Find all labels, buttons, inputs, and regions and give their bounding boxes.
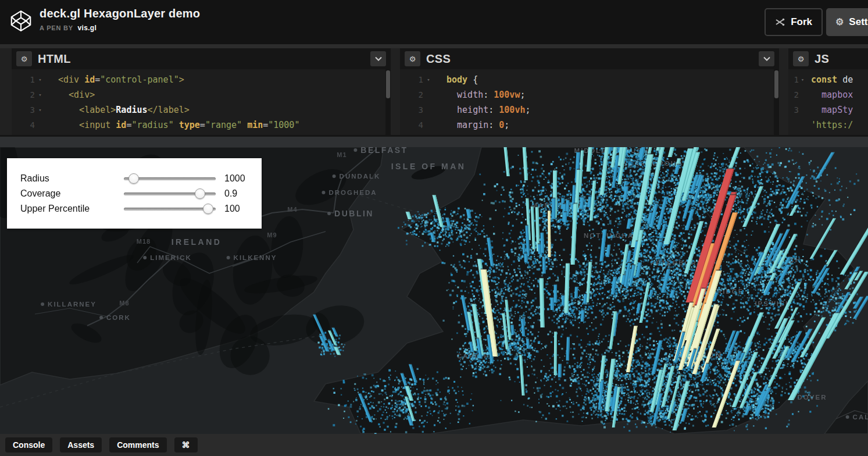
css-editor-panel: ⚙ CSS 1▾body {2 width: 100vw;3 height: 1… (400, 48, 779, 135)
line-number: 3 (12, 102, 35, 117)
slider-track[interactable] (124, 208, 216, 211)
html-editor-scrollbar (385, 69, 391, 135)
fold-spacer (423, 102, 434, 117)
fold-spacer (35, 117, 45, 133)
css-editor-collapse-button[interactable] (759, 51, 774, 66)
slider-label: Radius (20, 173, 124, 184)
fold-arrow-icon[interactable]: ▾ (423, 72, 434, 87)
code-text: const de (811, 72, 853, 87)
fold-spacer (423, 117, 434, 133)
html-editor-collapse-button[interactable] (370, 51, 386, 66)
code-line: 4 <input id="radius" type="range" min="1… (12, 117, 391, 133)
code-line: 2▾ <div> (12, 87, 391, 102)
control-row-coverage: Coverage0.9 (20, 186, 262, 201)
css-editor-header: ⚙ CSS (400, 48, 779, 69)
byline-prefix: A PEN BY (40, 24, 73, 31)
line-number: 2 (12, 87, 35, 102)
code-line: 4 margin: 0; (400, 117, 779, 133)
code-text: mapbox (811, 87, 853, 102)
slider-upper-percentile[interactable] (124, 204, 216, 214)
fold-arrow-icon[interactable]: ▾ (35, 102, 45, 117)
gear-icon: ⚙ (835, 17, 844, 27)
code-line: 2 width: 100vw; (400, 87, 779, 102)
fold-arrow-icon[interactable]: ▾ (35, 72, 45, 87)
chevron-down-icon (375, 56, 382, 61)
line-number: 1 (400, 72, 423, 87)
slider-value: 0.9 (216, 188, 262, 199)
slider-radius[interactable] (124, 173, 216, 184)
code-line: 1▾const de (788, 72, 868, 87)
slider-value: 100 (216, 204, 262, 214)
chevron-down-icon (763, 56, 770, 61)
fold-spacer (799, 87, 806, 102)
editors-preview-divider[interactable] (0, 135, 868, 147)
js-editor-panel: ⚙ JS 1▾const de2 mapbox3 mapSty'https:/ (788, 48, 868, 135)
css-code-area[interactable]: 1▾body {2 width: 100vw;3 height: 100vh;4… (400, 69, 779, 135)
slider-thumb[interactable] (203, 204, 213, 214)
code-text: <input id="radius" type="range" min="100… (58, 117, 299, 133)
js-editor-title: JS (815, 52, 829, 66)
fork-button[interactable]: Fork (765, 8, 823, 36)
pen-title: deck.gl HexagonLayer demo (40, 7, 200, 20)
css-editor-title: CSS (426, 52, 451, 66)
html-editor-panel: ⚙ HTML 1▾<div id="control-panel">2▾ <div… (12, 48, 391, 135)
line-number: 4 (12, 117, 35, 133)
control-panel: Radius1000Coverage0.9Upper Percentile100 (7, 158, 262, 229)
keyboard-shortcuts-button[interactable]: ⌘ (174, 437, 198, 453)
gear-icon: ⚙ (798, 55, 805, 63)
js-code-area[interactable]: 1▾const de2 mapbox3 mapSty'https:/ (788, 69, 868, 135)
html-editor-scrollbar-thumb[interactable] (386, 70, 390, 98)
gear-icon: ⚙ (409, 55, 416, 63)
html-code-area[interactable]: 1▾<div id="control-panel">2▾ <div>3▾ <la… (12, 69, 391, 135)
js-editor-gear-button[interactable]: ⚙ (793, 51, 809, 66)
fold-arrow-icon[interactable]: ▾ (799, 72, 806, 87)
fork-button-label: Fork (791, 16, 812, 28)
line-number: 2 (400, 87, 423, 102)
fold-spacer (799, 117, 806, 133)
assets-button[interactable]: Assets (60, 437, 102, 453)
js-editor-header: ⚙ JS (788, 48, 868, 69)
html-editor-title: HTML (38, 52, 71, 66)
slider-label: Upper Percentile (20, 204, 124, 214)
command-icon: ⌘ (182, 440, 190, 450)
control-row-upper-percentile: Upper Percentile100 (20, 201, 262, 216)
map-preview[interactable]: BELFASTM1ISLE OF MANDUNDALKDROGHEDADUBLI… (0, 147, 868, 434)
byline: A PEN BY vis.gl (40, 24, 200, 32)
header-bar: deck.gl HexagonLayer demo A PEN BY vis.g… (0, 0, 868, 44)
editors-row: ⚙ HTML 1▾<div id="control-panel">2▾ <div… (0, 48, 868, 135)
brand: deck.gl HexagonLayer demo A PEN BY vis.g… (9, 7, 200, 33)
codepen-logo-icon[interactable] (9, 9, 33, 33)
code-text: <label>Radius</label> (58, 102, 190, 117)
code-line: 3 height: 100vh; (400, 102, 779, 117)
pen-author-link[interactable]: vis.gl (78, 24, 97, 32)
slider-thumb[interactable] (128, 173, 139, 184)
line-number: 1 (12, 72, 35, 87)
line-number: 2 (788, 87, 799, 102)
html-editor-gear-button[interactable]: ⚙ (16, 51, 32, 66)
slider-value: 1000 (216, 173, 262, 184)
slider-coverage[interactable] (124, 188, 216, 199)
settings-button-label: Settings (849, 16, 868, 28)
console-button[interactable]: Console (5, 437, 52, 453)
code-text: width: 100vw; (446, 87, 525, 102)
settings-button[interactable]: ⚙ Settings (826, 8, 868, 36)
control-row-radius: Radius1000 (20, 171, 262, 186)
line-number (788, 117, 799, 133)
html-editor-header: ⚙ HTML (12, 48, 391, 69)
css-editor-gear-button[interactable]: ⚙ (405, 51, 420, 66)
comments-button[interactable]: Comments (109, 437, 166, 453)
slider-thumb[interactable] (195, 188, 205, 199)
code-text: 'https:/ (811, 117, 853, 133)
code-text: <div> (58, 87, 95, 102)
code-text: <div id="control-panel"> (58, 72, 184, 87)
editors-top-gutter (0, 44, 868, 48)
fold-arrow-icon[interactable]: ▾ (35, 87, 45, 102)
fold-spacer (423, 87, 434, 102)
line-number: 3 (788, 102, 799, 117)
code-text: height: 100vh; (446, 102, 531, 117)
line-number: 3 (400, 102, 423, 117)
css-editor-scrollbar-thumb[interactable] (774, 70, 778, 98)
code-line: 1▾<div id="control-panel"> (12, 72, 391, 87)
line-number: 1 (788, 72, 799, 87)
code-line: 3▾ <label>Radius</label> (12, 102, 391, 117)
